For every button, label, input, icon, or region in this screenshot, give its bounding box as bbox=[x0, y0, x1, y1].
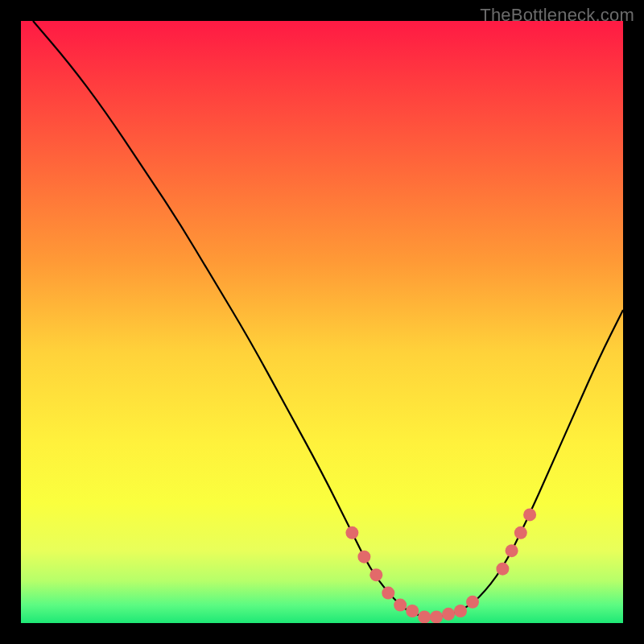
highlight-dot bbox=[418, 611, 431, 624]
highlight-dot bbox=[506, 544, 518, 557]
highlight-dot bbox=[442, 608, 455, 621]
highlight-dot bbox=[382, 587, 394, 600]
highlight-dot bbox=[466, 596, 479, 609]
highlight-dot bbox=[514, 526, 527, 539]
highlight-dot bbox=[496, 563, 509, 576]
highlight-dot bbox=[357, 551, 370, 564]
bottleneck-plot bbox=[21, 21, 623, 623]
highlight-dot bbox=[369, 568, 382, 581]
highlight-dot bbox=[523, 508, 536, 521]
highlight-dot bbox=[454, 605, 467, 617]
bottleneck-curve bbox=[33, 21, 623, 617]
highlight-dot bbox=[406, 605, 419, 617]
chart-area bbox=[21, 21, 623, 623]
watermark-text: TheBottleneck.com bbox=[480, 5, 634, 26]
highlight-dot bbox=[430, 611, 443, 624]
highlight-dots bbox=[345, 508, 536, 623]
highlight-dot bbox=[394, 599, 407, 612]
highlight-dot bbox=[345, 526, 358, 539]
